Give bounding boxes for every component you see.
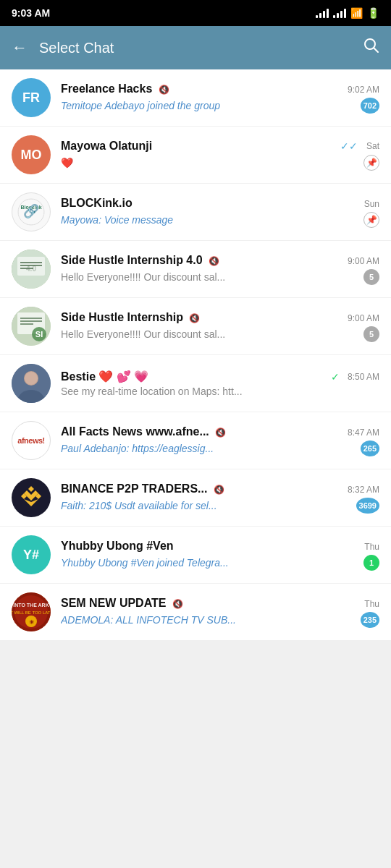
chat-name-yhubby: Yhubby Ubong #Ven <box>61 540 174 553</box>
chat-item-binance[interactable]: BINANCE P2P TRADERS... 🔇 8:32 AM Faith: … <box>0 469 391 527</box>
chat-preview-binance: Faith: 210$ Usdt available for sel... <box>61 500 217 511</box>
badge-afnews: 265 <box>361 441 379 456</box>
badge-freelance-hacks: 702 <box>361 98 379 114</box>
avatar-side-hustle: SI <box>12 307 51 346</box>
status-time: 9:03 AM <box>12 7 50 19</box>
status-bar: 9:03 AM 📶 🔋 <box>0 0 391 26</box>
svg-text:☀: ☀ <box>29 619 34 626</box>
chat-time-side-hustle-4: 9:00 AM <box>348 256 379 266</box>
chat-name-blockink: BLOCKink.io <box>61 197 133 210</box>
chat-name-mayowa: Mayowa Olatunji <box>61 140 152 153</box>
svg-line-1 <box>374 48 379 53</box>
chat-list: FR Freelance Hacks 🔇 9:02 AM Temitope Ad… <box>0 69 391 641</box>
search-button[interactable] <box>363 38 379 58</box>
chat-time-freelance-hacks: 9:02 AM <box>348 85 379 95</box>
avatar-freelance-hacks: FR <box>12 78 51 117</box>
chat-name-sem: SEM NEW UPDATE 🔇 <box>61 597 183 610</box>
chat-item-afnews[interactable]: afnews! All Facts News www.afne... 🔇 8:4… <box>0 412 391 469</box>
chat-preview-bestie: See my real-time location on Maps: htt..… <box>61 386 243 397</box>
chat-item-yhubby[interactable]: Y# Yhubby Ubong #Ven Thu Yhubby Ubong #V… <box>0 527 391 584</box>
signal-icon-1 <box>316 9 329 18</box>
chat-content-afnews: All Facts News www.afne... 🔇 8:47 AM Pau… <box>61 425 379 456</box>
pin-icon-mayowa: 📌 <box>363 155 379 171</box>
chat-preview-mayowa: ❤️ <box>61 157 73 169</box>
badge-binance: 3699 <box>356 498 379 514</box>
battery-icon: 🔋 <box>367 7 379 19</box>
chat-content-mayowa: Mayowa Olatunji ✓✓ Sat ❤️ 📌 <box>61 140 379 171</box>
svg-rect-7 <box>17 257 45 276</box>
chat-item-mayowa[interactable]: MO Mayowa Olatunji ✓✓ Sat ❤️ 📌 <box>0 127 391 184</box>
chat-content-binance: BINANCE P2P TRADERS... 🔇 8:32 AM Faith: … <box>61 482 379 514</box>
avatar-sem: INTO THE ARK IT WILL BE TOO LATE ☀ <box>12 592 51 631</box>
chat-content-bestie: Bestie ❤️ 💕 💗 ✓ 8:50 AM See my real-time… <box>61 370 379 397</box>
svg-text:IT WILL BE TOO LATE: IT WILL BE TOO LATE <box>12 610 51 615</box>
chat-time-afnews: 8:47 AM <box>348 427 379 438</box>
chat-content-freelance-hacks: Freelance Hacks 🔇 9:02 AM Temitope Adeba… <box>61 82 379 114</box>
chat-item-blockink[interactable]: Blockink 🔗 BLOCKink.io Sun Mayowa: Voice… <box>0 184 391 241</box>
chat-item-sem[interactable]: INTO THE ARK IT WILL BE TOO LATE ☀ SEM N… <box>0 584 391 641</box>
chat-preview-freelance-hacks: Temitope Adebayo joined the group <box>61 100 220 111</box>
badge-side-hustle: 5 <box>363 326 379 342</box>
avatar-side-hustle-4: 4.0 <box>12 250 51 289</box>
chat-name-binance: BINANCE P2P TRADERS... 🔇 <box>61 482 224 495</box>
chat-item-side-hustle[interactable]: SI Side Hustle Internship 🔇 9:00 AM Hell… <box>0 298 391 355</box>
chat-item-side-hustle-4[interactable]: 4.0 Side Hustle Internship 4.0 🔇 9:00 AM… <box>0 241 391 298</box>
chat-content-side-hustle: Side Hustle Internship 🔇 9:00 AM Hello E… <box>61 311 379 342</box>
svg-text:INTO THE ARK: INTO THE ARK <box>13 603 49 608</box>
svg-marker-22 <box>28 486 34 492</box>
svg-point-21 <box>25 372 38 385</box>
badge-yhubby: 1 <box>363 555 379 571</box>
chat-name-afnews: All Facts News www.afne... 🔇 <box>61 425 226 438</box>
chat-name-bestie: Bestie ❤️ 💕 💗 <box>61 370 148 383</box>
chat-preview-blockink: Mayowa: Voice message <box>61 214 173 226</box>
avatar-afnews: afnews! <box>12 421 51 460</box>
chat-time-yhubby: Thu <box>364 542 379 552</box>
avatar-blockink: Blockink 🔗 <box>12 192 51 231</box>
chat-content-side-hustle-4: Side Hustle Internship 4.0 🔇 9:00 AM Hel… <box>61 254 379 285</box>
signal-icon-2 <box>333 9 346 18</box>
tick-bestie: ✓ <box>331 371 340 383</box>
chat-preview-side-hustle: Hello Everyone!!!! Our discount sal... <box>61 328 225 340</box>
chat-name-side-hustle: Side Hustle Internship 🔇 <box>61 311 200 324</box>
back-button[interactable]: ← <box>12 38 28 57</box>
chat-time-blockink: Sun <box>364 199 379 209</box>
svg-text:🔗: 🔗 <box>23 203 40 219</box>
badge-side-hustle-4: 5 <box>363 269 379 285</box>
chat-preview-sem: ADEMOLA: ALL INFOTECH TV SUB... <box>61 614 236 626</box>
chat-time-mayowa: Sat <box>366 141 379 151</box>
chat-preview-afnews: Paul Adebanjo: https://eaglessig... <box>61 443 214 454</box>
wifi-icon: 📶 <box>350 7 363 19</box>
chat-preview-yhubby: Yhubby Ubong #Ven joined Telegra... <box>61 557 229 569</box>
chat-time-binance: 8:32 AM <box>348 485 379 495</box>
chat-time-sem: Thu <box>364 599 379 609</box>
badge-sem: 235 <box>361 612 379 628</box>
chat-preview-side-hustle-4: Hello Everyone!!!! Our discount sal... <box>61 271 225 283</box>
chat-content-yhubby: Yhubby Ubong #Ven Thu Yhubby Ubong #Ven … <box>61 540 379 571</box>
pin-icon-blockink: 📌 <box>363 212 379 228</box>
status-icons: 📶 🔋 <box>316 7 379 19</box>
chat-name-side-hustle-4: Side Hustle Internship 4.0 🔇 <box>61 254 219 267</box>
avatar-mayowa: MO <box>12 135 51 174</box>
chat-content-blockink: BLOCKink.io Sun Mayowa: Voice message 📌 <box>61 197 379 228</box>
avatar-binance <box>12 478 51 517</box>
chat-item-freelance-hacks[interactable]: FR Freelance Hacks 🔇 9:02 AM Temitope Ad… <box>0 69 391 127</box>
chat-name-freelance-hacks: Freelance Hacks 🔇 <box>61 82 169 95</box>
chat-time-bestie: 8:50 AM <box>348 372 379 382</box>
svg-text:SI: SI <box>35 330 43 339</box>
chat-time-side-hustle: 9:00 AM <box>348 313 379 323</box>
avatar-bestie <box>12 364 51 403</box>
avatar-yhubby: Y# <box>12 535 51 574</box>
chat-item-bestie[interactable]: Bestie ❤️ 💕 💗 ✓ 8:50 AM See my real-time… <box>0 355 391 412</box>
header: ← Select Chat <box>0 26 391 69</box>
double-tick-mayowa: ✓✓ <box>340 140 358 152</box>
header-title: Select Chat <box>39 40 363 56</box>
chat-content-sem: SEM NEW UPDATE 🔇 Thu ADEMOLA: ALL INFOTE… <box>61 597 379 628</box>
